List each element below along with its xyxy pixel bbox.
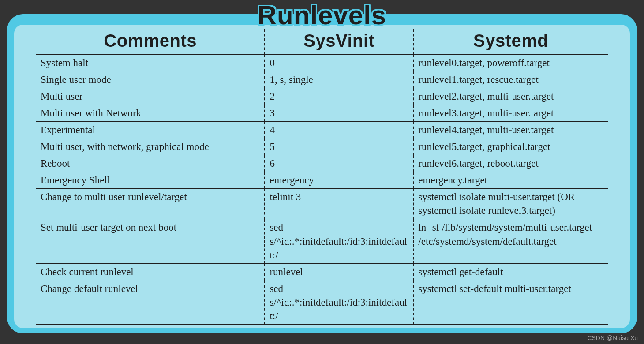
table-row: Change default runlevelsed s/^id:.*:init…	[36, 280, 608, 324]
cell-systemd: runlevel3.target, multi-user.target	[413, 105, 608, 122]
table-row: Set multi-user target on next bootsed s/…	[36, 219, 608, 263]
cell-sysvinit: 6	[265, 155, 413, 172]
cell-sysvinit: 0	[265, 55, 413, 71]
cell-sysvinit: emergency	[265, 172, 413, 189]
cell-comments: Multi user with Network	[36, 105, 265, 122]
table-row: Change to multi user runlevel/targetteli…	[36, 189, 608, 219]
cell-systemd: ln -sf /lib/systemd/system/multi-user.ta…	[413, 219, 608, 263]
table-row: Emergency Shellemergencyemergency.target	[36, 172, 608, 189]
header-sysvinit: SysVinit	[265, 29, 413, 55]
table-row: Multi user with Network3runlevel3.target…	[36, 105, 608, 122]
cell-systemd: systemctl get-default	[413, 263, 608, 280]
header-comments: Comments	[36, 29, 265, 55]
page-title: Runlevels	[0, 0, 644, 30]
cell-comments: System halt	[36, 55, 265, 71]
inner-card: Comments SysVinit Systemd System halt0ru…	[14, 25, 630, 328]
cell-sysvinit: 2	[265, 88, 413, 105]
table-row: Multi user2runlevel2.target, multi-user.…	[36, 88, 608, 105]
cell-sysvinit: 4	[265, 122, 413, 138]
cell-systemd: emergency.target	[413, 172, 608, 189]
cell-comments: Check current runlevel	[36, 263, 265, 280]
cell-systemd: runlevel2.target, multi-user.target	[413, 88, 608, 105]
table-row: Experimental4runlevel4.target, multi-use…	[36, 122, 608, 138]
cell-comments: Set multi-user target on next boot	[36, 219, 265, 263]
cell-sysvinit: 5	[265, 138, 413, 155]
cell-comments: Experimental	[36, 122, 265, 138]
table-row: Single user mode1, s, singlerunlevel1.ta…	[36, 71, 608, 88]
cell-systemd: systemctl isolate multi-user.target (OR …	[413, 189, 608, 219]
cell-comments: Change default runlevel	[36, 280, 265, 324]
cell-sysvinit: sed s/^id:.*:initdefault:/id:3:initdefau…	[265, 280, 413, 324]
cell-comments: Single user mode	[36, 71, 265, 88]
cell-sysvinit: telinit 3	[265, 189, 413, 219]
table-row: Multi user, with network, graphical mode…	[36, 138, 608, 155]
cell-systemd: runlevel6.target, reboot.target	[413, 155, 608, 172]
watermark: CSDN @Naisu Xu	[587, 334, 638, 341]
cell-sysvinit: sed s/^id:.*:initdefault:/id:3:initdefau…	[265, 219, 413, 263]
table-body: System halt0runlevel0.target, poweroff.t…	[36, 55, 608, 325]
cell-sysvinit: runlevel	[265, 263, 413, 280]
table-row: System halt0runlevel0.target, poweroff.t…	[36, 55, 608, 71]
cell-systemd: systemctl set-default multi-user.target	[413, 280, 608, 324]
cell-sysvinit: 3	[265, 105, 413, 122]
cell-comments: Multi user	[36, 88, 265, 105]
table-row: Reboot6runlevel6.target, reboot.target	[36, 155, 608, 172]
cell-comments: Emergency Shell	[36, 172, 265, 189]
cell-sysvinit: 1, s, single	[265, 71, 413, 88]
table-header-row: Comments SysVinit Systemd	[36, 29, 608, 55]
cell-systemd: runlevel5.target, graphical.target	[413, 138, 608, 155]
cell-comments: Multi user, with network, graphical mode	[36, 138, 265, 155]
cell-systemd: runlevel0.target, poweroff.target	[413, 55, 608, 71]
cell-comments: Change to multi user runlevel/target	[36, 189, 265, 219]
runlevels-table: Comments SysVinit Systemd System halt0ru…	[36, 29, 608, 325]
table-row: Check current runlevelrunlevelsystemctl …	[36, 263, 608, 280]
cell-systemd: runlevel4.target, multi-user.target	[413, 122, 608, 138]
header-systemd: Systemd	[413, 29, 608, 55]
cell-systemd: runlevel1.target, rescue.target	[413, 71, 608, 88]
cell-comments: Reboot	[36, 155, 265, 172]
